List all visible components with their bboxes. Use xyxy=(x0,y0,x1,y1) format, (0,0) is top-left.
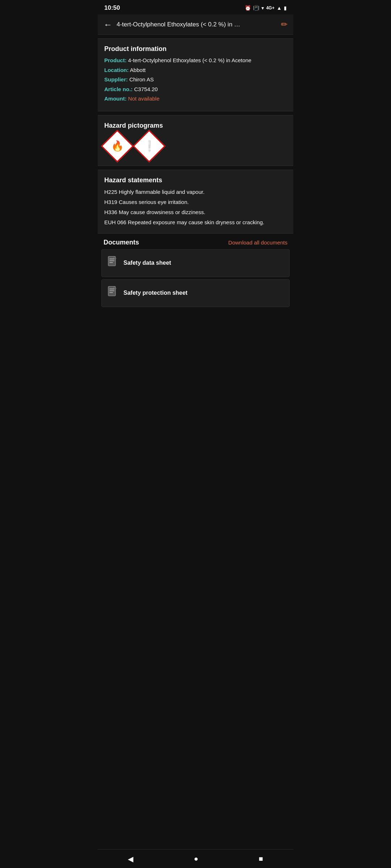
product-value: 4-tert-Octylphenol Ethoxylates (< 0.2 %)… xyxy=(128,57,252,63)
svg-rect-7 xyxy=(109,292,113,293)
network-label: 4G+ xyxy=(266,5,274,10)
article-label: Article no.: xyxy=(104,86,133,92)
svg-rect-1 xyxy=(109,259,114,259)
product-row: Product: 4-tert-Octylphenol Ethoxylates … xyxy=(104,56,287,65)
exclamation-icon: ❕ xyxy=(143,140,156,152)
page-title: 4-tert-Octylphenol Ethoxylates (< 0.2 %)… xyxy=(117,21,281,28)
documents-header: Documents Download all documents xyxy=(104,239,287,246)
edit-button[interactable]: ✏ xyxy=(281,20,287,29)
status-icons: ⏰ 📳 ▾ 4G+ ▲ ▮ xyxy=(245,5,287,11)
supplier-value: Chiron AS xyxy=(129,76,154,82)
alarm-icon: ⏰ xyxy=(245,5,251,11)
doc-item-safety-data-sheet[interactable]: Safety data sheet xyxy=(101,249,290,277)
amount-row: Amount: Not available xyxy=(104,95,287,103)
hazard-statement: H319 Causes serious eye irritation. xyxy=(104,198,287,207)
amount-value: Not available xyxy=(128,95,160,102)
location-row: Location: Abbott xyxy=(104,66,287,75)
svg-rect-2 xyxy=(109,260,114,261)
product-info-card: Product information Product: 4-tert-Octy… xyxy=(98,38,293,111)
flame-pictogram: 🔥 xyxy=(104,133,130,159)
location-value: Abbott xyxy=(130,67,146,73)
supplier-label: Supplier: xyxy=(104,76,128,82)
flame-icon: 🔥 xyxy=(111,140,124,152)
hazard-statement: H225 Highly flammable liquid and vapour. xyxy=(104,188,287,196)
documents-title: Documents xyxy=(104,239,139,246)
signal-icon: ▲ xyxy=(277,5,282,11)
toolbar: ← 4-tert-Octylphenol Ethoxylates (< 0.2 … xyxy=(98,14,293,35)
product-info-title: Product information xyxy=(104,45,287,53)
document-icon xyxy=(108,256,118,270)
hazard-pictograms-title: Hazard pictograms xyxy=(104,122,287,129)
back-button[interactable]: ← xyxy=(104,20,112,30)
document-icon xyxy=(108,286,118,300)
vibrate-icon: 📳 xyxy=(253,5,259,11)
product-label: Product: xyxy=(104,57,127,63)
status-bar: 10:50 ⏰ 📳 ▾ 4G+ ▲ ▮ xyxy=(98,0,293,14)
hazard-statements-card: Hazard statements H225 Highly flammable … xyxy=(98,170,293,234)
svg-rect-5 xyxy=(109,289,114,289)
supplier-row: Supplier: Chiron AS xyxy=(104,76,287,84)
pictograms-container: 🔥 ❕ xyxy=(104,133,287,159)
doc-label: Safety data sheet xyxy=(123,260,171,266)
hazard-statement: EUH 066 Repeated exposure may cause skin… xyxy=(104,218,287,227)
hazard-pictograms-card: Hazard pictograms 🔥 ❕ xyxy=(98,115,293,166)
wifi-icon: ▾ xyxy=(261,5,264,11)
status-time: 10:50 xyxy=(104,4,120,12)
svg-rect-3 xyxy=(109,262,113,263)
article-value: C3754.20 xyxy=(134,86,158,92)
hazard-statements-list: H225 Highly flammable liquid and vapour.… xyxy=(104,188,287,227)
download-all-button[interactable]: Download all documents xyxy=(228,239,287,246)
exclamation-pictogram: ❕ xyxy=(136,133,162,159)
hazard-statements-title: Hazard statements xyxy=(104,176,287,184)
hazard-statement: H336 May cause drowsiness or dizziness. xyxy=(104,208,287,217)
doc-label: Safety protection sheet xyxy=(123,290,188,296)
location-label: Location: xyxy=(104,67,129,73)
amount-label: Amount: xyxy=(104,95,127,102)
svg-rect-6 xyxy=(109,290,114,291)
documents-list: Safety data sheet Safety protection shee… xyxy=(98,249,293,307)
battery-icon: ▮ xyxy=(284,5,287,11)
article-row: Article no.: C3754.20 xyxy=(104,85,287,94)
doc-item-safety-protection-sheet[interactable]: Safety protection sheet xyxy=(101,279,290,307)
